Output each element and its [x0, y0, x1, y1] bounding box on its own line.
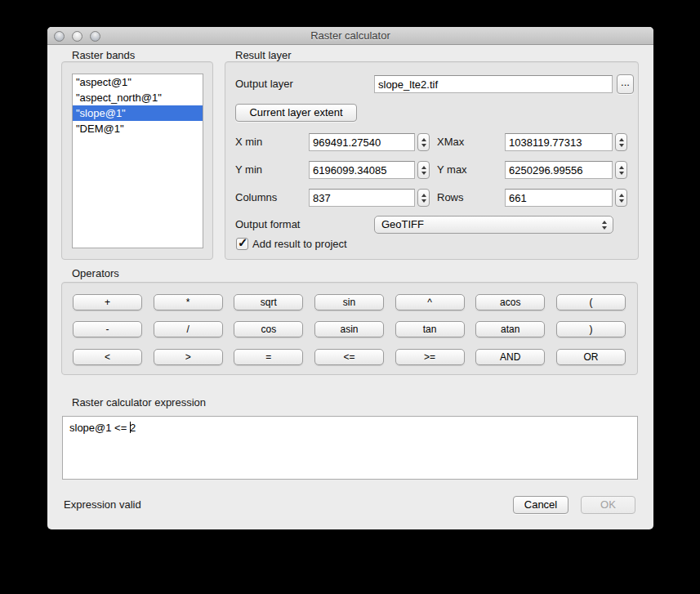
browse-button[interactable]: ...: [617, 74, 634, 94]
checkmark-icon: ✓: [238, 235, 248, 250]
operator-acos-button[interactable]: acos: [475, 294, 545, 310]
columns-stepper[interactable]: [417, 189, 430, 207]
y-min-input[interactable]: [309, 161, 415, 179]
x-max-input[interactable]: [505, 133, 613, 151]
desktop-background: { "window": { "title": "Raster calculato…: [0, 0, 700, 594]
operator-asin-button[interactable]: asin: [314, 321, 384, 337]
operator-atan-button[interactable]: atan: [475, 321, 545, 337]
add-result-label: Add result to project: [252, 238, 347, 250]
ok-button[interactable]: OK: [581, 496, 635, 514]
operator-and-button[interactable]: AND: [475, 349, 545, 365]
y-max-input[interactable]: [505, 161, 613, 179]
operator-less-than-button[interactable]: <: [73, 349, 142, 365]
spin-up-icon[interactable]: [421, 138, 426, 141]
list-item[interactable]: "DEM@1": [73, 121, 203, 136]
operator-close-paren-button[interactable]: ): [556, 321, 626, 337]
operator-equals-button[interactable]: =: [234, 349, 303, 365]
x-min-stepper[interactable]: [417, 133, 430, 151]
operator-or-button[interactable]: OR: [556, 349, 626, 365]
spin-down-icon[interactable]: [421, 144, 426, 147]
combo-arrows-icon: [602, 217, 607, 233]
y-max-label: Y max: [437, 161, 467, 179]
raster-calculator-dialog: Raster calculator Raster bands "aspect@1…: [47, 27, 653, 529]
list-item-selected[interactable]: "slope@1": [73, 105, 203, 121]
operator-plus-button[interactable]: +: [73, 294, 142, 310]
status-text: Expression valid: [64, 498, 141, 511]
operator-sin-button[interactable]: sin: [314, 294, 384, 310]
spin-up-icon[interactable]: [619, 166, 624, 169]
operator-greater-than-button[interactable]: >: [154, 349, 223, 365]
operator-divide-button[interactable]: /: [154, 321, 223, 337]
operator-multiply-button[interactable]: *: [154, 294, 223, 310]
raster-bands-list[interactable]: "aspect@1" "aspect_north@1" "slope@1" "D…: [72, 74, 203, 248]
result-layer-label: Result layer: [235, 49, 292, 61]
list-item[interactable]: "aspect@1": [73, 74, 203, 90]
expression-label: Raster calculator expression: [72, 396, 206, 409]
spin-up-icon[interactable]: [619, 138, 624, 141]
x-max-stepper[interactable]: [615, 133, 627, 151]
spin-up-icon[interactable]: [619, 194, 624, 197]
operator-power-button[interactable]: ^: [395, 294, 465, 310]
spin-down-icon[interactable]: [619, 199, 624, 203]
columns-label: Columns: [235, 189, 277, 207]
operators-label: Operators: [72, 267, 119, 279]
output-layer-input[interactable]: [374, 75, 613, 93]
spin-down-icon[interactable]: [421, 199, 426, 203]
x-min-input[interactable]: [309, 133, 415, 151]
operator-greater-equal-button[interactable]: >=: [395, 349, 465, 365]
output-format-label: Output format: [235, 216, 300, 234]
y-min-stepper[interactable]: [417, 161, 430, 179]
operator-sqrt-button[interactable]: sqrt: [234, 294, 303, 310]
spin-down-icon[interactable]: [619, 144, 624, 147]
operator-tan-button[interactable]: tan: [395, 321, 465, 337]
rows-label: Rows: [437, 189, 464, 207]
spin-up-icon[interactable]: [421, 194, 426, 197]
operator-cos-button[interactable]: cos: [234, 321, 303, 337]
operator-minus-button[interactable]: -: [73, 321, 142, 337]
output-layer-label: Output layer: [235, 75, 293, 93]
rows-input[interactable]: [505, 189, 613, 207]
add-result-checkbox[interactable]: ✓: [236, 238, 248, 250]
current-layer-extent-button[interactable]: Current layer extent: [235, 104, 357, 122]
x-max-label: XMax: [437, 133, 464, 151]
x-min-label: X min: [235, 133, 262, 151]
expression-text: 2: [130, 422, 136, 434]
spin-up-icon[interactable]: [421, 166, 426, 169]
expression-text: slope@1 <=: [69, 422, 130, 434]
window-title: Raster calculator: [47, 29, 653, 42]
spin-down-icon[interactable]: [619, 172, 624, 175]
expression-textarea[interactable]: slope@1 <= 2: [62, 416, 638, 480]
y-max-stepper[interactable]: [615, 161, 627, 179]
output-format-select[interactable]: GeoTIFF: [374, 216, 613, 234]
cancel-button[interactable]: Cancel: [513, 496, 568, 514]
list-item[interactable]: "aspect_north@1": [73, 90, 203, 105]
y-min-label: Y min: [235, 161, 262, 179]
operator-less-equal-button[interactable]: <=: [314, 349, 384, 365]
output-format-value: GeoTIFF: [381, 218, 424, 230]
operator-open-paren-button[interactable]: (: [556, 294, 626, 310]
spin-down-icon[interactable]: [421, 172, 426, 175]
columns-input[interactable]: [309, 189, 415, 207]
title-bar[interactable]: Raster calculator: [47, 27, 653, 45]
raster-bands-label: Raster bands: [72, 49, 135, 61]
rows-stepper[interactable]: [615, 189, 627, 207]
